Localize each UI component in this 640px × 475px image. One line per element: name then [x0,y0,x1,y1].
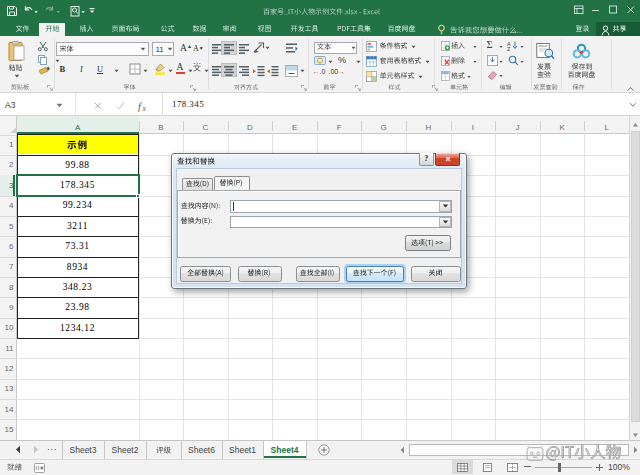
svg-text:x: x [142,103,147,112]
svg-text:Z: Z [507,46,511,51]
